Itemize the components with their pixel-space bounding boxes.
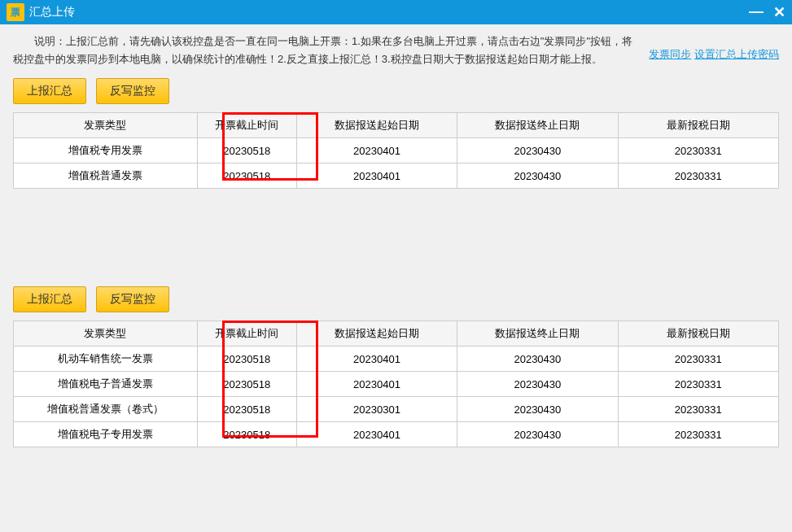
table-header-row: 发票类型 开票截止时间 数据报送起始日期 数据报送终止日期 最新报税日期: [14, 113, 779, 138]
table-row: 增值税普通发票（卷式） 20230518 20230301 20230430 2…: [14, 397, 779, 422]
col-end: 数据报送终止日期: [457, 321, 618, 347]
col-type: 发票类型: [14, 113, 198, 138]
section-2: 上报汇总 反写监控 发票类型 开票截止时间 数据报送起始日期 数据报送终止日期 …: [13, 286, 779, 447]
table-row: 增值税电子普通发票 20230518 20230401 20230430 202…: [14, 372, 779, 397]
col-start: 数据报送起始日期: [296, 113, 457, 138]
cell-latest: 20230331: [618, 397, 778, 422]
cell-type: 增值税电子普通发票: [14, 372, 198, 397]
cell-start: 20230401: [296, 164, 457, 189]
cell-type: 机动车销售统一发票: [14, 347, 198, 372]
cell-end: 20230430: [457, 347, 618, 372]
table-row: 增值税专用发票 20230518 20230401 20230430 20230…: [14, 138, 779, 164]
cell-deadline: 20230518: [197, 397, 296, 422]
table-wrap-2: 发票类型 开票截止时间 数据报送起始日期 数据报送终止日期 最新报税日期 机动车…: [13, 321, 779, 447]
cell-deadline: 20230518: [197, 347, 296, 372]
cell-end: 20230430: [457, 164, 618, 189]
cell-deadline: 20230518: [197, 422, 296, 447]
cell-deadline: 20230518: [197, 164, 296, 189]
section-1: 上报汇总 反写监控 发票类型 开票截止时间 数据报送起始日期 数据报送终止日期 …: [13, 78, 779, 189]
col-deadline: 开票截止时间: [197, 113, 296, 138]
table-header-row: 发票类型 开票截止时间 数据报送起始日期 数据报送终止日期 最新报税日期: [14, 321, 779, 347]
cell-deadline: 20230518: [197, 138, 296, 164]
cell-latest: 20230331: [618, 138, 778, 164]
cell-start: 20230401: [296, 372, 457, 397]
title-left: 票 汇总上传: [7, 3, 75, 21]
report-summary-button[interactable]: 上报汇总: [13, 286, 86, 312]
minimize-button[interactable]: —: [749, 3, 764, 21]
writeback-monitor-button[interactable]: 反写监控: [96, 286, 169, 312]
table-wrap-1: 发票类型 开票截止时间 数据报送起始日期 数据报送终止日期 最新报税日期 增值税…: [13, 112, 779, 189]
report-summary-button[interactable]: 上报汇总: [13, 78, 86, 104]
window-controls: — ✕: [749, 3, 785, 21]
col-end: 数据报送终止日期: [457, 113, 618, 138]
cell-type: 增值税普通发票（卷式）: [14, 397, 198, 422]
cell-end: 20230430: [457, 397, 618, 422]
description-row: 说明：上报汇总前，请先确认该税控盘是否一直在同一电脑上开票：1.如果在多台电脑上…: [13, 33, 779, 68]
sync-invoice-link[interactable]: 发票同步: [649, 48, 691, 60]
cell-type: 增值税普通发票: [14, 164, 198, 189]
button-row-2: 上报汇总 反写监控: [13, 286, 779, 312]
title-bar: 票 汇总上传 — ✕: [0, 0, 792, 24]
cell-start: 20230301: [296, 397, 457, 422]
window-title: 汇总上传: [29, 5, 75, 20]
invoice-table-1: 发票类型 开票截止时间 数据报送起始日期 数据报送终止日期 最新报税日期 增值税…: [13, 112, 779, 189]
col-deadline: 开票截止时间: [197, 321, 296, 347]
table-row: 增值税电子专用发票 20230518 20230401 20230430 202…: [14, 422, 779, 447]
col-start: 数据报送起始日期: [296, 321, 457, 347]
cell-start: 20230401: [296, 422, 457, 447]
cell-latest: 20230331: [618, 164, 778, 189]
description-text: 说明：上报汇总前，请先确认该税控盘是否一直在同一电脑上开票：1.如果在多台电脑上…: [13, 33, 642, 68]
cell-end: 20230430: [457, 422, 618, 447]
content-area: 说明：上报汇总前，请先确认该税控盘是否一直在同一电脑上开票：1.如果在多台电脑上…: [0, 24, 792, 521]
cell-end: 20230430: [457, 372, 618, 397]
cell-deadline: 20230518: [197, 372, 296, 397]
col-type: 发票类型: [14, 321, 198, 347]
invoice-table-2: 发票类型 开票截止时间 数据报送起始日期 数据报送终止日期 最新报税日期 机动车…: [13, 321, 779, 447]
col-latest: 最新报税日期: [618, 321, 778, 347]
col-latest: 最新报税日期: [618, 113, 778, 138]
set-upload-password-link[interactable]: 设置汇总上传密码: [694, 48, 779, 60]
cell-start: 20230401: [296, 138, 457, 164]
cell-latest: 20230331: [618, 422, 778, 447]
cell-end: 20230430: [457, 138, 618, 164]
table-row: 机动车销售统一发票 20230518 20230401 20230430 202…: [14, 347, 779, 372]
button-row-1: 上报汇总 反写监控: [13, 78, 779, 104]
table-row: 增值税普通发票 20230518 20230401 20230430 20230…: [14, 164, 779, 189]
cell-type: 增值税电子专用发票: [14, 422, 198, 447]
cell-latest: 20230331: [618, 372, 778, 397]
cell-type: 增值税专用发票: [14, 138, 198, 164]
description-links: 发票同步 设置汇总上传密码: [649, 33, 779, 62]
invoice-icon: 票: [7, 3, 24, 21]
close-button[interactable]: ✕: [773, 3, 785, 21]
cell-start: 20230401: [296, 347, 457, 372]
cell-latest: 20230331: [618, 347, 778, 372]
writeback-monitor-button[interactable]: 反写监控: [96, 78, 169, 104]
